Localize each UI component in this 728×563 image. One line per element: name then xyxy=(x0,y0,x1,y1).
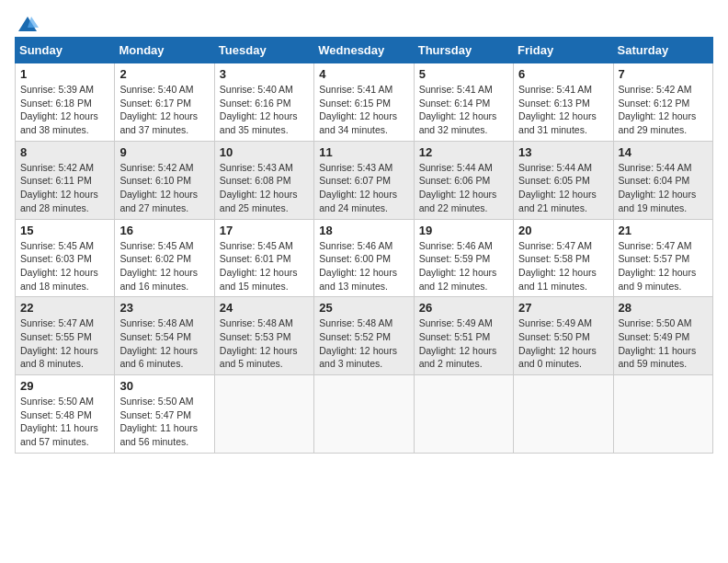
day-info: Sunrise: 5:46 AMSunset: 6:00 PMDaylight:… xyxy=(319,240,397,292)
calendar-cell: 26 Sunrise: 5:49 AMSunset: 5:51 PMDaylig… xyxy=(414,297,513,375)
weekday-header: Sunday xyxy=(16,38,115,63)
logo xyxy=(15,15,39,29)
calendar-cell: 10 Sunrise: 5:43 AMSunset: 6:08 PMDaylig… xyxy=(214,141,313,219)
calendar-cell: 2 Sunrise: 5:40 AMSunset: 6:17 PMDayligh… xyxy=(115,63,214,142)
day-number: 9 xyxy=(119,145,209,159)
logo-icon xyxy=(17,15,39,33)
day-number: 30 xyxy=(119,379,209,393)
day-info: Sunrise: 5:45 AMSunset: 6:01 PMDaylight:… xyxy=(220,240,298,292)
day-number: 18 xyxy=(319,224,408,237)
day-number: 23 xyxy=(119,301,209,315)
calendar-cell xyxy=(314,375,414,454)
day-info: Sunrise: 5:47 AMSunset: 5:57 PMDaylight:… xyxy=(619,240,697,292)
day-info: Sunrise: 5:47 AMSunset: 5:58 PMDaylight:… xyxy=(518,240,597,292)
day-info: Sunrise: 5:41 AMSunset: 6:15 PMDaylight:… xyxy=(319,84,397,135)
day-info: Sunrise: 5:40 AMSunset: 6:16 PMDaylight:… xyxy=(220,84,298,135)
day-info: Sunrise: 5:44 AMSunset: 6:04 PMDaylight:… xyxy=(619,162,697,213)
calendar-week-row: 15 Sunrise: 5:45 AMSunset: 6:03 PMDaylig… xyxy=(16,219,713,297)
day-info: Sunrise: 5:45 AMSunset: 6:02 PMDaylight:… xyxy=(119,240,198,292)
calendar-cell: 9 Sunrise: 5:42 AMSunset: 6:10 PMDayligh… xyxy=(115,141,214,219)
calendar-cell: 27 Sunrise: 5:49 AMSunset: 5:50 PMDaylig… xyxy=(514,297,613,375)
calendar-cell: 3 Sunrise: 5:40 AMSunset: 6:16 PMDayligh… xyxy=(214,63,313,142)
calendar-cell: 28 Sunrise: 5:50 AMSunset: 5:49 PMDaylig… xyxy=(613,297,712,375)
day-number: 12 xyxy=(419,145,508,159)
day-number: 13 xyxy=(518,145,608,159)
calendar-header-row: SundayMondayTuesdayWednesdayThursdayFrid… xyxy=(16,38,713,63)
calendar-cell xyxy=(414,375,513,454)
day-number: 11 xyxy=(319,145,408,159)
day-info: Sunrise: 5:50 AMSunset: 5:48 PMDaylight:… xyxy=(20,396,98,447)
day-number: 6 xyxy=(518,67,608,81)
day-info: Sunrise: 5:41 AMSunset: 6:14 PMDaylight:… xyxy=(419,84,497,135)
day-info: Sunrise: 5:42 AMSunset: 6:12 PMDaylight:… xyxy=(619,84,697,135)
calendar-cell: 21 Sunrise: 5:47 AMSunset: 5:57 PMDaylig… xyxy=(613,219,712,297)
day-number: 24 xyxy=(220,301,309,315)
calendar-cell: 1 Sunrise: 5:39 AMSunset: 6:18 PMDayligh… xyxy=(16,63,115,142)
day-number: 26 xyxy=(419,301,508,315)
day-info: Sunrise: 5:40 AMSunset: 6:17 PMDaylight:… xyxy=(119,84,198,135)
day-number: 10 xyxy=(220,145,309,159)
day-number: 28 xyxy=(619,301,708,315)
calendar-cell: 20 Sunrise: 5:47 AMSunset: 5:58 PMDaylig… xyxy=(514,219,613,297)
day-info: Sunrise: 5:50 AMSunset: 5:47 PMDaylight:… xyxy=(119,396,198,447)
day-number: 19 xyxy=(419,224,508,237)
day-info: Sunrise: 5:43 AMSunset: 6:07 PMDaylight:… xyxy=(319,162,397,213)
day-info: Sunrise: 5:48 AMSunset: 5:52 PMDaylight:… xyxy=(319,317,397,369)
calendar-cell: 23 Sunrise: 5:48 AMSunset: 5:54 PMDaylig… xyxy=(115,297,214,375)
weekday-header: Wednesday xyxy=(314,38,414,63)
calendar-week-row: 29 Sunrise: 5:50 AMSunset: 5:48 PMDaylig… xyxy=(16,375,713,454)
day-number: 16 xyxy=(119,224,209,237)
calendar-cell: 18 Sunrise: 5:46 AMSunset: 6:00 PMDaylig… xyxy=(314,219,414,297)
calendar-cell xyxy=(214,375,313,454)
day-number: 1 xyxy=(20,67,109,81)
day-info: Sunrise: 5:39 AMSunset: 6:18 PMDaylight:… xyxy=(20,84,98,135)
day-number: 22 xyxy=(20,301,109,315)
day-number: 2 xyxy=(119,67,209,81)
calendar-cell: 15 Sunrise: 5:45 AMSunset: 6:03 PMDaylig… xyxy=(16,219,115,297)
calendar-cell: 24 Sunrise: 5:48 AMSunset: 5:53 PMDaylig… xyxy=(214,297,313,375)
calendar-week-row: 1 Sunrise: 5:39 AMSunset: 6:18 PMDayligh… xyxy=(16,63,713,142)
day-number: 8 xyxy=(20,145,109,159)
calendar-cell: 25 Sunrise: 5:48 AMSunset: 5:52 PMDaylig… xyxy=(314,297,414,375)
calendar-cell: 8 Sunrise: 5:42 AMSunset: 6:11 PMDayligh… xyxy=(16,141,115,219)
day-info: Sunrise: 5:48 AMSunset: 5:54 PMDaylight:… xyxy=(119,317,198,369)
day-number: 21 xyxy=(619,224,708,237)
calendar-cell: 30 Sunrise: 5:50 AMSunset: 5:47 PMDaylig… xyxy=(115,375,214,454)
weekday-header: Saturday xyxy=(613,38,712,63)
page-header xyxy=(15,15,713,29)
day-number: 14 xyxy=(619,145,708,159)
calendar-cell: 29 Sunrise: 5:50 AMSunset: 5:48 PMDaylig… xyxy=(16,375,115,454)
calendar-cell xyxy=(514,375,613,454)
calendar-cell: 16 Sunrise: 5:45 AMSunset: 6:02 PMDaylig… xyxy=(115,219,214,297)
day-number: 29 xyxy=(20,379,109,393)
day-number: 5 xyxy=(419,67,508,81)
weekday-header: Tuesday xyxy=(214,38,313,63)
weekday-header: Thursday xyxy=(414,38,513,63)
day-info: Sunrise: 5:47 AMSunset: 5:55 PMDaylight:… xyxy=(20,317,98,369)
day-number: 25 xyxy=(319,301,408,315)
day-number: 7 xyxy=(619,67,708,81)
calendar-cell: 5 Sunrise: 5:41 AMSunset: 6:14 PMDayligh… xyxy=(414,63,513,142)
calendar-cell: 4 Sunrise: 5:41 AMSunset: 6:15 PMDayligh… xyxy=(314,63,414,142)
day-info: Sunrise: 5:49 AMSunset: 5:50 PMDaylight:… xyxy=(518,317,597,369)
calendar-week-row: 8 Sunrise: 5:42 AMSunset: 6:11 PMDayligh… xyxy=(16,141,713,219)
day-info: Sunrise: 5:46 AMSunset: 5:59 PMDaylight:… xyxy=(419,240,497,292)
calendar-cell: 19 Sunrise: 5:46 AMSunset: 5:59 PMDaylig… xyxy=(414,219,513,297)
calendar-cell xyxy=(613,375,712,454)
day-info: Sunrise: 5:42 AMSunset: 6:11 PMDaylight:… xyxy=(20,162,98,213)
day-info: Sunrise: 5:43 AMSunset: 6:08 PMDaylight:… xyxy=(220,162,298,213)
day-number: 4 xyxy=(319,67,408,81)
weekday-header: Friday xyxy=(514,38,613,63)
day-info: Sunrise: 5:48 AMSunset: 5:53 PMDaylight:… xyxy=(220,317,298,369)
day-info: Sunrise: 5:45 AMSunset: 6:03 PMDaylight:… xyxy=(20,240,98,292)
day-info: Sunrise: 5:49 AMSunset: 5:51 PMDaylight:… xyxy=(419,317,497,369)
calendar-cell: 12 Sunrise: 5:44 AMSunset: 6:06 PMDaylig… xyxy=(414,141,513,219)
day-info: Sunrise: 5:44 AMSunset: 6:05 PMDaylight:… xyxy=(518,162,597,213)
day-number: 27 xyxy=(518,301,608,315)
calendar-week-row: 22 Sunrise: 5:47 AMSunset: 5:55 PMDaylig… xyxy=(16,297,713,375)
calendar-cell: 14 Sunrise: 5:44 AMSunset: 6:04 PMDaylig… xyxy=(613,141,712,219)
weekday-header: Monday xyxy=(115,38,214,63)
calendar-cell: 6 Sunrise: 5:41 AMSunset: 6:13 PMDayligh… xyxy=(514,63,613,142)
calendar-cell: 11 Sunrise: 5:43 AMSunset: 6:07 PMDaylig… xyxy=(314,141,414,219)
day-info: Sunrise: 5:42 AMSunset: 6:10 PMDaylight:… xyxy=(119,162,198,213)
